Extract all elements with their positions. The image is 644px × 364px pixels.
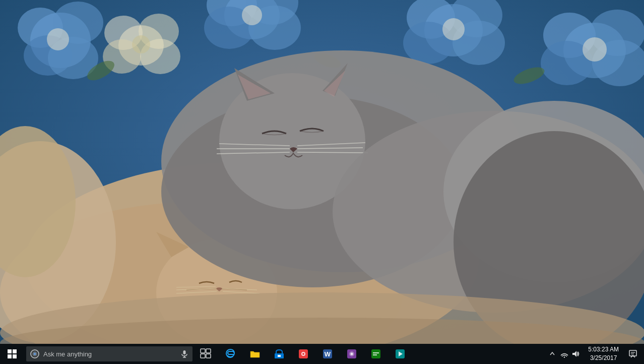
svg-marker-93: [572, 351, 576, 357]
app5-icon: W: [322, 348, 333, 359]
app7-icon: [370, 348, 381, 359]
svg-rect-78: [278, 355, 281, 357]
svg-point-81: [302, 353, 304, 355]
taskbar-app-4[interactable]: [291, 344, 315, 364]
taskbar-app-edge[interactable]: [219, 344, 243, 364]
microphone-icon[interactable]: [180, 350, 188, 358]
svg-point-86: [351, 353, 353, 355]
taskbar-apps: W: [219, 344, 548, 364]
svg-point-69: [34, 353, 36, 355]
svg-rect-66: [13, 354, 17, 358]
svg-point-18: [442, 18, 465, 40]
volume-tray-icon[interactable]: [570, 344, 581, 364]
cortana-icon: [30, 349, 39, 358]
svg-rect-76: [206, 354, 211, 358]
svg-rect-63: [8, 349, 12, 353]
svg-rect-87: [371, 349, 380, 358]
cortana-search-placeholder: Ask me anything: [43, 350, 178, 358]
action-center-button[interactable]: [624, 344, 642, 364]
volume-icon: [571, 350, 579, 358]
svg-rect-64: [13, 349, 17, 353]
svg-point-92: [564, 356, 565, 357]
task-view-button[interactable]: [195, 344, 217, 364]
windows-logo-icon: [8, 349, 17, 358]
app6-icon: [346, 348, 357, 359]
system-clock[interactable]: 5:03:23 AM 3/25/2017: [583, 344, 624, 364]
show-hidden-icons-button[interactable]: [548, 344, 557, 364]
svg-line-54: [297, 152, 368, 153]
svg-point-24: [583, 37, 607, 62]
svg-rect-89: [373, 354, 377, 355]
edge-icon: [225, 348, 236, 359]
store-icon: [274, 348, 285, 359]
task-view-icon: [200, 348, 211, 359]
clock-date: 3/25/2017: [590, 354, 617, 362]
taskbar-app-6[interactable]: [340, 344, 364, 364]
action-center-icon: [629, 350, 637, 358]
svg-point-6: [47, 28, 69, 50]
app8-icon: [395, 348, 406, 359]
app4-icon: [298, 348, 309, 359]
svg-text:W: W: [325, 350, 331, 358]
taskbar-app-5[interactable]: W: [315, 344, 340, 364]
network-icon: [560, 350, 568, 358]
clock-time: 5:03:23 AM: [588, 345, 619, 354]
taskbar-app-file-explorer[interactable]: [243, 344, 267, 364]
svg-rect-88: [373, 352, 379, 353]
svg-rect-70: [183, 350, 186, 354]
svg-point-12: [242, 5, 262, 25]
desktop: Ask me anything: [0, 0, 644, 364]
start-button[interactable]: [0, 344, 24, 364]
cortana-search-bar[interactable]: Ask me anything: [26, 346, 192, 361]
tray-icons-area: [557, 344, 583, 364]
taskbar-app-store[interactable]: [267, 344, 291, 364]
svg-rect-73: [201, 349, 205, 353]
taskbar-app-7[interactable]: [364, 344, 388, 364]
svg-rect-74: [206, 349, 211, 353]
system-tray: 5:03:23 AM 3/25/2017: [548, 344, 644, 364]
svg-point-30: [132, 35, 150, 53]
taskbar-app-8[interactable]: [388, 344, 412, 364]
svg-rect-75: [201, 354, 205, 358]
svg-rect-65: [8, 354, 12, 358]
taskbar: Ask me anything: [0, 344, 644, 364]
network-tray-icon[interactable]: [559, 344, 570, 364]
file-explorer-icon: [249, 348, 261, 359]
chevron-up-icon: [550, 351, 555, 357]
